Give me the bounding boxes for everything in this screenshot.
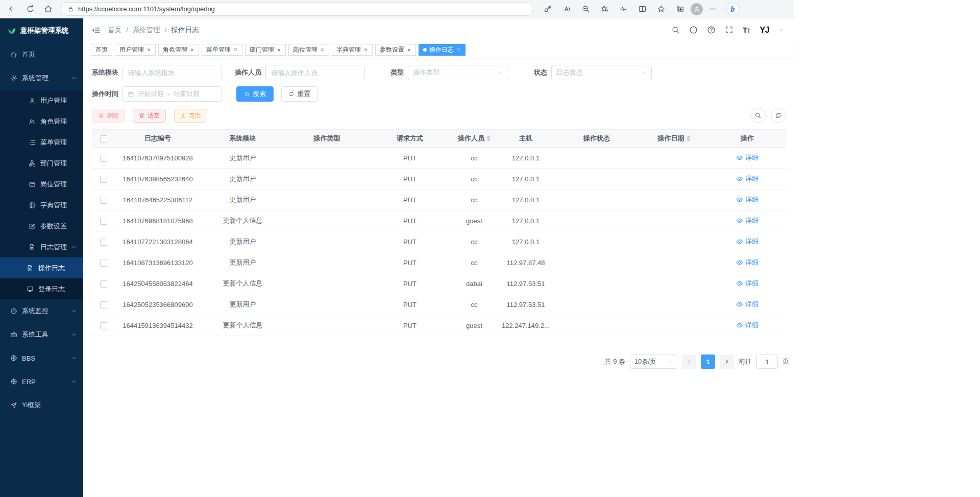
sidebar-item-home[interactable]: 首页 [0, 43, 83, 66]
sort-icon[interactable] [687, 135, 691, 141]
sidebar-item-monitor[interactable]: 系统监控 [0, 299, 83, 323]
col-host[interactable]: 主机 [498, 130, 554, 148]
row-checkbox[interactable] [100, 176, 107, 183]
tab-user-mgmt[interactable]: 用户管理 [115, 44, 156, 56]
search-button[interactable]: 搜索 [236, 86, 274, 102]
toggle-search-button[interactable] [750, 108, 766, 123]
detail-link[interactable]: 详细 [736, 279, 758, 288]
copilot-icon[interactable]: b [726, 3, 739, 15]
page-size-select[interactable]: 10条/页 [630, 354, 677, 369]
status-select[interactable]: 日志状态 [551, 65, 652, 80]
sidebar-item-erp[interactable]: ERP [0, 370, 83, 393]
refresh-button[interactable] [22, 2, 39, 17]
more-icon[interactable] [705, 2, 722, 17]
close-icon[interactable] [320, 48, 325, 52]
detail-link[interactable]: 详细 [736, 321, 758, 330]
close-icon[interactable] [456, 48, 461, 52]
close-icon[interactable] [407, 48, 411, 52]
key-icon[interactable] [540, 2, 556, 17]
operator-input[interactable] [265, 65, 365, 80]
row-checkbox[interactable] [100, 218, 107, 225]
table-row[interactable]: 1642505235366809600 更新用户 PUT cc 112.97.5… [92, 294, 786, 315]
read-aloud-icon[interactable] [558, 2, 575, 17]
sort-icon[interactable] [486, 135, 491, 141]
sidebar-item-dept-mgmt[interactable]: 部门管理 [0, 153, 83, 174]
type-select[interactable]: 操作类型 [408, 65, 508, 80]
sidebar-item-operlog[interactable]: 操作日志 [0, 257, 83, 278]
row-checkbox[interactable] [100, 259, 107, 267]
github-icon[interactable] [689, 26, 698, 34]
table-row[interactable]: 1641076370975100928 更新用户 PUT cc 127.0.0.… [92, 148, 786, 169]
sidebar-item-dict-mgmt[interactable]: 字典管理 [0, 195, 83, 216]
sidebar-item-tools[interactable]: 系统工具 [0, 323, 83, 346]
col-status[interactable]: 操作状态 [554, 130, 640, 148]
table-row[interactable]: 1641076398565232640 更新用户 PUT cc 127.0.0.… [92, 169, 786, 190]
close-icon[interactable] [190, 48, 194, 52]
table-row[interactable]: 1641077221303128064 更新用户 PUT cc 127.0.0.… [92, 231, 786, 252]
profile-avatar[interactable] [691, 3, 703, 15]
user-avatar-logo[interactable]: YJ [760, 25, 769, 35]
detail-link[interactable]: 详细 [736, 216, 758, 225]
browser-essentials-icon[interactable] [615, 2, 632, 17]
table-row[interactable]: 1641076968181075968 更新个人信息 PUT guest 127… [92, 210, 786, 231]
collapse-menu-icon[interactable] [91, 25, 101, 35]
row-checkbox[interactable] [100, 197, 107, 204]
refresh-table-button[interactable] [771, 108, 786, 123]
search-icon[interactable] [671, 26, 680, 34]
table-row[interactable]: 1642504558053822464 更新个人信息 PUT dabai 112… [92, 273, 786, 294]
page-number-current[interactable]: 1 [701, 354, 715, 369]
col-log-id[interactable]: 日志编号 [115, 130, 201, 148]
tab-dept-mgmt[interactable]: 部门管理 [245, 44, 286, 56]
row-checkbox[interactable] [100, 301, 107, 309]
export-button[interactable]: 导出 [174, 109, 207, 123]
col-date[interactable]: 操作日期 [640, 130, 708, 148]
col-method[interactable]: 请求方式 [369, 130, 451, 148]
table-row[interactable]: 1641076465225306112 更新用户 PUT cc 127.0.0.… [92, 190, 786, 210]
sidebar-item-log-mgmt[interactable]: 日志管理 [0, 236, 83, 257]
detail-link[interactable]: 详细 [736, 300, 758, 309]
col-module[interactable]: 系统模块 [201, 130, 285, 148]
breadcrumb-item[interactable]: 系统管理 [133, 26, 160, 35]
breadcrumb-item[interactable]: 首页 [108, 26, 121, 35]
sidebar-item-param-settings[interactable]: 参数设置 [0, 216, 83, 236]
close-icon[interactable] [233, 48, 238, 52]
tab-home[interactable]: 首页 [91, 44, 112, 56]
tab-post-mgmt[interactable]: 岗位管理 [288, 44, 329, 56]
select-all-checkbox[interactable] [100, 135, 107, 143]
clear-button[interactable]: 清空 [133, 109, 166, 123]
fullscreen-icon[interactable] [725, 26, 733, 34]
address-bar[interactable]: https://ccnetcore.com:1101/system/log/op… [61, 2, 533, 16]
goto-page-input[interactable] [756, 354, 778, 369]
help-icon[interactable] [707, 26, 716, 34]
col-op-type[interactable]: 操作类型 [285, 130, 369, 148]
sidebar-item-system-mgmt[interactable]: 系统管理 [0, 66, 83, 90]
row-checkbox[interactable] [100, 239, 107, 246]
sidebar-item-loginlog[interactable]: 登录日志 [0, 278, 83, 299]
detail-link[interactable]: 详细 [736, 237, 758, 246]
detail-link[interactable]: 详细 [736, 153, 758, 162]
col-operator[interactable]: 操作人员 [451, 130, 498, 148]
detail-link[interactable]: 详细 [736, 195, 758, 204]
detail-link[interactable]: 详细 [736, 258, 758, 267]
back-button[interactable] [4, 2, 21, 17]
detail-link[interactable]: 详细 [736, 174, 758, 183]
add-favorite-icon[interactable] [596, 2, 613, 17]
sidebar-item-yi-framework[interactable]: Yi框架 [0, 393, 83, 417]
close-icon[interactable] [146, 48, 151, 52]
sidebar-item-bbs[interactable]: BBS [0, 346, 83, 370]
tab-menu-mgmt[interactable]: 菜单管理 [202, 44, 242, 56]
zoom-out-icon[interactable] [577, 2, 594, 17]
text-size-icon[interactable]: TT [743, 26, 750, 34]
tab-operlog[interactable]: 操作日志 [419, 44, 465, 56]
tab-dict-mgmt[interactable]: 字典管理 [332, 44, 373, 56]
sidebar-item-menu-mgmt[interactable]: 菜单管理 [0, 132, 83, 153]
table-row[interactable]: 1641087313696133120 更新用户 PUT cc 112.97.8… [92, 252, 786, 273]
close-icon[interactable] [363, 48, 368, 52]
prev-page-button[interactable] [682, 354, 696, 369]
tab-role-mgmt[interactable]: 角色管理 [158, 44, 199, 56]
row-checkbox[interactable] [100, 322, 107, 329]
row-checkbox[interactable] [100, 280, 107, 288]
split-screen-icon[interactable] [634, 2, 651, 17]
date-range-picker[interactable]: 开始日期 - 结束日期 [122, 86, 222, 102]
reset-button[interactable]: 重置 [281, 86, 317, 102]
